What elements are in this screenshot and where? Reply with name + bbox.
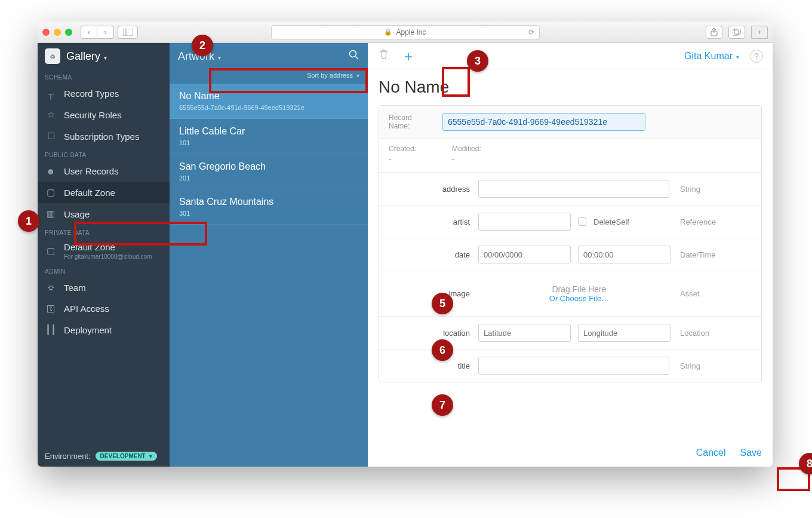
environment-label: Environment: (45, 452, 91, 461)
cancel-button[interactable]: Cancel (696, 447, 726, 458)
save-button[interactable]: Save (740, 447, 762, 458)
date-input[interactable] (478, 246, 571, 263)
app-selector[interactable]: ⌾ Gallery (38, 43, 170, 69)
search-icon[interactable] (349, 50, 359, 63)
document-icon: ▢ (45, 187, 57, 198)
sidebar-toggle-button[interactable] (118, 26, 138, 39)
detail-toolbar: ＋ Gita Kumar ? (368, 43, 773, 69)
app-body: ⌾ Gallery SCHEMA ┬ Record Types ☆ Securi… (38, 43, 773, 467)
record-meta: Created: - Modified: - (379, 139, 761, 173)
address-bar[interactable]: 🔒 Apple Inc ⟳ (271, 25, 540, 39)
record-item[interactable]: Santa Cruz Mountains 301 (170, 189, 368, 225)
add-record-button[interactable]: ＋ (401, 47, 416, 66)
sidebar-label: Default Zone (64, 188, 115, 198)
window-controls (42, 29, 72, 36)
lock-icon: 🔒 (384, 28, 392, 36)
record-subtitle: 101 (179, 139, 358, 146)
hierarchy-icon: ┬ (45, 88, 57, 99)
field-label-date: date (389, 250, 478, 259)
detail-footer: Cancel Save (368, 439, 773, 467)
highlight-box-2 (209, 68, 368, 93)
sidebar-label: Usage (64, 209, 90, 219)
created-value: - (389, 155, 416, 164)
record-item[interactable]: Little Cable Car 101 (170, 119, 368, 154)
sidebar-item-default-zone-public[interactable]: ▢ Default Zone (38, 182, 170, 203)
forward-button[interactable]: › (97, 26, 114, 39)
close-window-icon[interactable] (42, 29, 50, 36)
app-name: Gallery (66, 50, 107, 63)
record-name-input[interactable] (442, 113, 645, 131)
svg-line-6 (356, 56, 359, 59)
environment-pill[interactable]: DEVELOPMENT (96, 452, 157, 461)
sidebar-label: API Access (64, 304, 109, 314)
field-type: Location (680, 329, 752, 338)
sidebar-item-deployment[interactable]: ┃┃ Deployment (38, 319, 170, 341)
choose-file-link[interactable]: Or Choose File… (549, 294, 609, 303)
record-item[interactable]: San Gregorio Beach 201 (170, 154, 368, 189)
subscription-icon: ☐ (45, 131, 57, 142)
detail-content: No Name Record Name: Created: - Modified… (368, 69, 773, 439)
user-menu[interactable]: Gita Kumar (684, 51, 739, 62)
field-type: Date/Time (680, 250, 752, 259)
image-dropzone[interactable]: Drag File Here Or Choose File… (478, 278, 680, 309)
field-label-address: address (389, 185, 478, 194)
field-label-location: location (389, 329, 478, 338)
sidebar: ⌾ Gallery SCHEMA ┬ Record Types ☆ Securi… (38, 43, 170, 467)
svg-rect-3 (733, 30, 739, 35)
chart-icon: ▥ (45, 209, 57, 219)
sidebar-item-record-types[interactable]: ┬ Record Types (38, 83, 170, 104)
address-input[interactable] (478, 180, 669, 198)
field-label-artist: artist (389, 217, 478, 226)
drag-hint: Drag File Here (552, 284, 606, 294)
user-name: Gita Kumar (684, 51, 739, 62)
modified-label: Modified: (452, 145, 481, 153)
record-subtitle: 6555e55d-7a0c-491d-9669-49eed519321e (179, 104, 358, 111)
sidebar-item-team[interactable]: ⛭ Team (38, 277, 170, 298)
sidebar-item-security-roles[interactable]: ☆ Security Roles (38, 104, 170, 125)
trash-icon[interactable] (377, 49, 390, 63)
help-icon[interactable]: ? (750, 50, 763, 63)
deleteself-label: DeleteSelf (593, 217, 629, 226)
record-title: Santa Cruz Mountains (179, 197, 358, 207)
share-button[interactable] (706, 26, 722, 39)
tabs-button[interactable] (728, 26, 745, 39)
environment-indicator[interactable]: Environment: DEVELOPMENT (38, 446, 170, 467)
sidebar-item-api-access[interactable]: ⚿ API Access (38, 298, 170, 319)
sidebar-label: Deployment (64, 325, 112, 335)
modified-value: - (452, 155, 481, 164)
sidebar-label: Subscription Types (64, 131, 139, 142)
address-text: Apple Inc (396, 28, 426, 36)
record-list-column: Artwork Sort by address No Name 6555e55d… (170, 43, 368, 467)
record-subtitle: 201 (179, 174, 358, 182)
minimize-window-icon[interactable] (54, 29, 61, 36)
callout-2: 2 (192, 35, 213, 56)
created-label: Created: (389, 145, 416, 153)
sidebar-label: User Records (64, 166, 119, 176)
users-icon: ☻ (45, 166, 57, 176)
deleteself-checkbox[interactable] (578, 217, 586, 226)
star-icon: ☆ (45, 109, 57, 120)
nav-back-forward: ‹ › (81, 26, 114, 39)
back-button[interactable]: ‹ (81, 26, 97, 39)
longitude-input[interactable] (578, 324, 670, 342)
sidebar-item-user-records[interactable]: ☻ User Records (38, 161, 170, 182)
time-input[interactable] (578, 246, 670, 263)
artist-input[interactable] (478, 213, 571, 231)
field-type: Reference (680, 217, 752, 226)
sidebar-label: Record Types (64, 88, 119, 99)
key-icon: ⚿ (45, 304, 57, 314)
reload-icon[interactable]: ⟳ (528, 28, 534, 36)
new-tab-button[interactable]: + (751, 26, 768, 39)
callout-1: 1 (18, 210, 39, 232)
detail-column: ＋ Gita Kumar ? No Name Record Name: Crea… (368, 43, 773, 467)
section-schema: SCHEMA (38, 69, 170, 83)
sidebar-item-subscription-types[interactable]: ☐ Subscription Types (38, 125, 170, 147)
title-input[interactable] (478, 357, 669, 375)
sidebar-label: Team (64, 283, 86, 293)
latitude-input[interactable] (478, 324, 571, 342)
callout-7: 7 (432, 394, 453, 416)
highlight-box-1 (74, 222, 207, 246)
field-type: Asset (680, 289, 752, 298)
highlight-box-3 (442, 67, 470, 97)
zoom-window-icon[interactable] (65, 29, 72, 36)
